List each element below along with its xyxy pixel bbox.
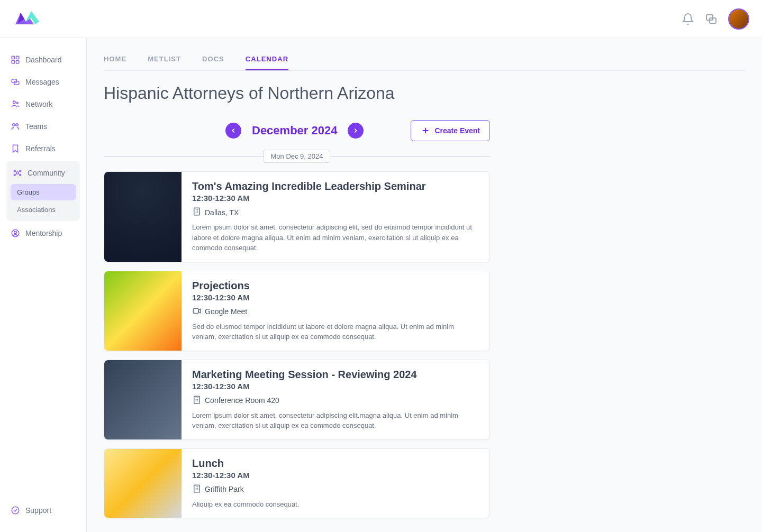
main-content: HOME METLIST DOCS CALENDAR Hispanic Atto… <box>87 38 762 532</box>
svg-rect-5 <box>16 61 19 63</box>
event-location-text: Dallas, TX <box>205 208 239 217</box>
community-icon <box>13 168 22 178</box>
svg-rect-2 <box>12 56 14 59</box>
app-logo[interactable] <box>13 8 44 30</box>
tab-metlist[interactable]: METLIST <box>148 49 181 70</box>
tab-docs[interactable]: DOCS <box>202 49 224 70</box>
sidebar: Dashboard Messages Network Teams Referra… <box>0 38 87 532</box>
top-header <box>0 0 762 38</box>
sidebar-label: Network <box>25 100 52 108</box>
user-avatar[interactable] <box>728 8 749 30</box>
svg-point-14 <box>20 170 21 172</box>
date-divider: Mon Dec 9, 2024 <box>104 150 490 163</box>
sidebar-label: Dashboard <box>25 56 62 64</box>
event-location: Google Meet <box>192 306 479 317</box>
create-event-label: Create Event <box>434 126 480 135</box>
event-card[interactable]: Tom's Amazing Incredible Leadership Semi… <box>104 171 490 262</box>
building-icon <box>192 207 202 218</box>
tab-calendar[interactable]: CALENDAR <box>246 49 288 70</box>
month-navigation: December 2024 <box>225 123 364 139</box>
chat-icon <box>11 77 20 87</box>
mentorship-icon <box>11 228 20 238</box>
sidebar-label: Community <box>28 169 65 177</box>
create-event-button[interactable]: Create Event <box>411 120 490 141</box>
sidebar-item-community[interactable]: Community <box>8 163 78 183</box>
event-body: Lunch 12:30-12:30 AM Griffith Park Aliqu… <box>182 449 489 518</box>
svg-point-13 <box>14 170 15 172</box>
event-time: 12:30-12:30 AM <box>192 293 479 302</box>
chevron-right-icon <box>352 127 359 134</box>
event-location: Conference Room 420 <box>192 395 479 406</box>
sidebar-item-messages[interactable]: Messages <box>6 71 80 93</box>
event-thumbnail <box>104 360 182 439</box>
sidebar-subitem-groups[interactable]: Groups <box>11 184 76 200</box>
month-label: December 2024 <box>252 124 337 137</box>
bookmark-icon <box>11 144 20 153</box>
sidebar-label: Teams <box>25 122 47 131</box>
next-month-button[interactable] <box>348 123 364 139</box>
svg-point-8 <box>13 101 16 104</box>
svg-rect-22 <box>194 396 200 403</box>
event-description: Sed do eiusmod tempor incididunt ut labo… <box>192 322 479 342</box>
event-card[interactable]: Lunch 12:30-12:30 AM Griffith Park Aliqu… <box>104 448 490 519</box>
svg-point-12 <box>16 172 19 175</box>
event-location-text: Google Meet <box>205 307 247 316</box>
event-time: 12:30-12:30 AM <box>192 382 479 391</box>
event-card[interactable]: Marketing Meeting Session - Reviewing 20… <box>104 360 490 440</box>
event-card[interactable]: Projections 12:30-12:30 AM Google Meet S… <box>104 271 490 351</box>
svg-point-19 <box>12 507 19 514</box>
sidebar-group-community: Community Groups Associations <box>6 161 80 221</box>
people-icon <box>11 99 20 109</box>
grid-icon <box>11 55 20 65</box>
event-time: 12:30-12:30 AM <box>192 471 479 480</box>
event-description: Aliquip ex ea commodo consequat. <box>192 499 479 510</box>
video-icon <box>192 306 202 317</box>
event-description: Lorem ipsum dolor sit amet, consectetur … <box>192 222 479 253</box>
event-title: Lunch <box>192 457 479 470</box>
event-list: Tom's Amazing Incredible Leadership Semi… <box>104 171 745 518</box>
content-tabs: HOME METLIST DOCS CALENDAR <box>104 49 745 71</box>
event-description: Lorem ipsum dolor sit amet, consectetur … <box>192 410 479 431</box>
date-badge: Mon Dec 9, 2024 <box>264 150 330 163</box>
event-location-text: Griffith Park <box>205 485 244 493</box>
sidebar-label: Support <box>25 506 51 515</box>
sidebar-item-mentorship[interactable]: Mentorship <box>6 222 80 244</box>
svg-point-9 <box>16 102 18 104</box>
sidebar-label: Messages <box>25 78 59 86</box>
sidebar-label: Referrals <box>25 144 56 153</box>
event-body: Marketing Meeting Session - Reviewing 20… <box>182 360 489 439</box>
prev-month-button[interactable] <box>225 123 241 139</box>
event-location-text: Conference Room 420 <box>205 396 279 405</box>
event-body: Tom's Amazing Incredible Leadership Semi… <box>182 172 489 262</box>
sidebar-item-teams[interactable]: Teams <box>6 115 80 137</box>
event-title: Marketing Meeting Session - Reviewing 20… <box>192 369 479 381</box>
calendar-controls: December 2024 Create Event <box>104 120 490 141</box>
team-icon <box>11 122 20 131</box>
event-location: Griffith Park <box>192 484 479 495</box>
sidebar-item-dashboard[interactable]: Dashboard <box>6 49 80 71</box>
bell-icon[interactable] <box>682 13 694 25</box>
event-thumbnail <box>104 172 182 262</box>
svg-point-11 <box>16 124 19 126</box>
svg-rect-21 <box>193 308 198 313</box>
layout: Dashboard Messages Network Teams Referra… <box>0 38 762 532</box>
tab-home[interactable]: HOME <box>104 49 126 70</box>
plus-icon <box>421 126 430 135</box>
sidebar-item-support[interactable]: Support <box>6 499 80 521</box>
building-icon <box>192 484 202 495</box>
svg-point-15 <box>14 174 15 176</box>
sidebar-subitem-associations[interactable]: Associations <box>11 201 76 218</box>
event-location: Dallas, TX <box>192 207 479 218</box>
chat-icon[interactable] <box>705 13 718 25</box>
sidebar-item-network[interactable]: Network <box>6 93 80 115</box>
svg-point-18 <box>14 231 17 234</box>
svg-point-10 <box>13 124 15 126</box>
sidebar-label: Mentorship <box>25 229 62 237</box>
check-circle-icon <box>11 506 20 515</box>
event-title: Tom's Amazing Incredible Leadership Semi… <box>192 180 479 192</box>
svg-rect-20 <box>194 208 200 215</box>
event-thumbnail <box>104 449 182 518</box>
svg-rect-4 <box>12 61 14 63</box>
svg-rect-3 <box>16 56 19 59</box>
sidebar-item-referrals[interactable]: Referrals <box>6 137 80 160</box>
